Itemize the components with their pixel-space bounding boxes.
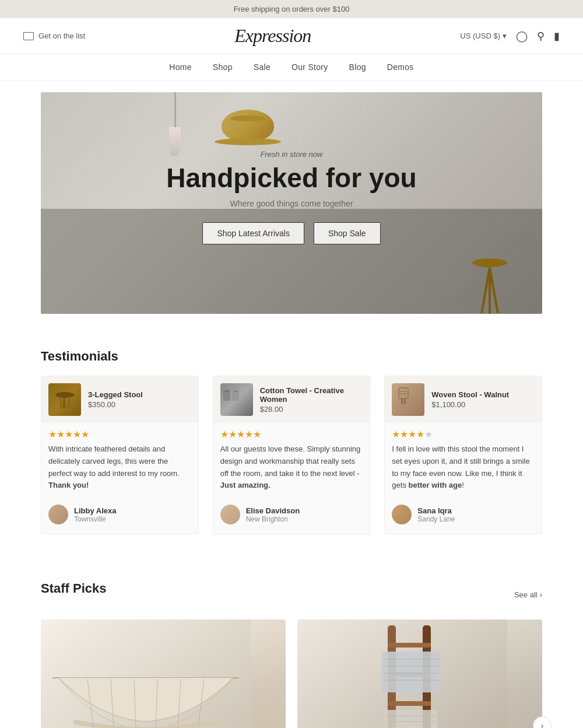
shop-arrivals-button[interactable]: Shop Latest Arrivals — [202, 222, 304, 244]
currency-arrow: ▾ — [503, 32, 507, 40]
testimonial-product: Woven Stool - Walnut $1,100.00 — [385, 376, 542, 423]
product-card: Save $20.00 Woven Cotton Hammock $100.00… — [41, 620, 286, 728]
author-name: Elise Davidson — [246, 506, 300, 515]
search-icon[interactable]: ⚲ — [537, 30, 545, 43]
review-stars: ★★★★★ — [41, 423, 198, 443]
nav-demos[interactable]: Demos — [387, 62, 414, 72]
testimonial-card: Woven Stool - Walnut $1,100.00 ★★★★★ I f… — [384, 376, 542, 534]
nav-sale[interactable]: Sale — [254, 62, 271, 72]
svg-rect-6 — [225, 391, 229, 392]
announcement-bar: Free shipping on orders over $100 — [0, 0, 583, 18]
product-name: Cotton Towel - Creative Women — [260, 386, 363, 404]
cart-icon[interactable]: ▮ — [554, 30, 560, 43]
hero-title: Handpicked for you — [166, 163, 416, 193]
email-label: Get on the list — [38, 32, 85, 40]
testimonial-text: All our guests love these. Simply stunni… — [213, 443, 370, 492]
author-name: Sana Iqra — [417, 506, 455, 515]
product-image[interactable]: Save $20.00 — [41, 620, 286, 728]
testimonial-product-info: Woven Stool - Walnut $1,100.00 — [431, 390, 509, 409]
testimonial-card: 3-Legged Stool $350.00 ★★★★★ With intric… — [41, 376, 199, 534]
author-info: Libby Alexa Townsville — [74, 506, 116, 523]
staff-picks-header: Staff Picks See all › — [41, 581, 542, 608]
testimonials-grid: 3-Legged Stool $350.00 ★★★★★ With intric… — [41, 376, 542, 534]
testimonial-product-info: Cotton Towel - Creative Women $28.00 — [260, 386, 363, 414]
pendant-lamp-decoration — [169, 92, 181, 156]
product-thumbnail — [392, 383, 424, 416]
site-logo[interactable]: Expression — [234, 25, 311, 47]
next-arrow-button[interactable]: › — [533, 716, 552, 728]
author-location: Townsville — [74, 515, 116, 523]
testimonial-text: With intricate feathered details and del… — [41, 443, 198, 492]
nav-our-story[interactable]: Our Story — [292, 62, 328, 72]
main-nav: Home Shop Sale Our Story Blog Demos — [0, 54, 583, 80]
staff-picks-section: Staff Picks See all › — [0, 558, 583, 728]
author-location: New Brighton — [246, 515, 300, 523]
author-info: Elise Davidson New Brighton — [246, 506, 300, 523]
product-name: Woven Stool - Walnut — [431, 390, 509, 399]
see-all-link[interactable]: See all › — [514, 590, 542, 599]
testimonial-product: 3-Legged Stool $350.00 — [41, 376, 198, 423]
product-thumbnail — [220, 383, 253, 416]
author-name: Libby Alexa — [74, 506, 116, 515]
author-info: Sana Iqra Sandy Lane — [417, 506, 455, 523]
author-avatar — [48, 505, 68, 524]
announcement-text: Free shipping on orders over $100 — [234, 5, 350, 13]
testimonials-title: Testimonials — [41, 349, 542, 364]
svg-rect-28 — [382, 652, 440, 692]
testimonial-author: Libby Alexa Townsville — [41, 498, 198, 524]
testimonial-author: Elise Davidson New Brighton — [213, 498, 370, 524]
svg-rect-10 — [404, 398, 406, 404]
testimonials-section: Testimonials 3-Legged Stool $350.00 — [0, 326, 583, 558]
svg-point-0 — [55, 392, 74, 398]
email-signup[interactable]: Get on the list — [23, 32, 85, 40]
svg-rect-2 — [66, 397, 71, 408]
header-actions: US (USD $) ▾ ◯ ⚲ ▮ — [460, 30, 560, 43]
hero-subtitle: Fresh in store now — [166, 150, 416, 159]
author-location: Sandy Lane — [417, 515, 455, 523]
product-name: 3-Legged Stool — [88, 390, 143, 399]
hero-buttons: Shop Latest Arrivals Shop Sale — [166, 222, 416, 244]
side-table-decoration — [472, 258, 507, 314]
svg-rect-24 — [388, 643, 431, 648]
svg-rect-9 — [401, 398, 403, 404]
author-avatar — [392, 505, 412, 524]
review-stars: ★★★★★ — [213, 423, 370, 443]
testimonial-product-info: 3-Legged Stool $350.00 — [88, 390, 143, 409]
svg-rect-26 — [388, 701, 431, 706]
nav-blog[interactable]: Blog — [349, 62, 366, 72]
review-stars: ★★★★★ — [385, 423, 542, 443]
testimonial-author: Sana Iqra Sandy Lane — [385, 498, 542, 524]
product-image[interactable] — [297, 620, 542, 728]
currency-label: US (USD $) — [460, 32, 500, 40]
nav-home[interactable]: Home — [169, 62, 192, 72]
nav-shop[interactable]: Shop — [213, 62, 233, 72]
account-icon[interactable]: ◯ — [516, 30, 528, 43]
currency-selector[interactable]: US (USD $) ▾ — [460, 32, 507, 40]
envelope-icon — [23, 32, 34, 40]
author-avatar — [220, 505, 240, 524]
staff-picks-grid: Save $20.00 Woven Cotton Hammock $100.00… — [41, 620, 542, 728]
hero-content: Fresh in store now Handpicked for you Wh… — [166, 150, 416, 244]
product-thumbnail — [48, 383, 81, 416]
svg-rect-33 — [385, 710, 437, 728]
svg-rect-1 — [59, 397, 63, 408]
svg-rect-7 — [234, 391, 237, 392]
staff-picks-title: Staff Picks — [41, 581, 107, 596]
testimonial-product: Cotton Towel - Creative Women $28.00 — [213, 376, 370, 423]
svg-rect-8 — [399, 388, 408, 398]
svg-rect-3 — [63, 398, 65, 408]
hat-decoration — [222, 110, 274, 142]
product-price: $1,100.00 — [431, 400, 509, 409]
hero-section: Fresh in store now Handpicked for you Wh… — [41, 92, 542, 314]
hero-description: Where good things come together — [166, 199, 416, 208]
testimonial-card: Cotton Towel - Creative Women $28.00 ★★★… — [213, 376, 371, 534]
chevron-right-icon: › — [540, 590, 542, 599]
shop-sale-button[interactable]: Shop Sale — [314, 222, 381, 244]
product-price: $28.00 — [260, 405, 363, 414]
product-card: Selvedge Linens - Karin Carlander From $… — [297, 620, 542, 728]
header: Get on the list Expression US (USD $) ▾ … — [0, 18, 583, 54]
testimonial-text: I fell in love with this stool the momen… — [385, 443, 542, 492]
product-price: $350.00 — [88, 400, 143, 409]
